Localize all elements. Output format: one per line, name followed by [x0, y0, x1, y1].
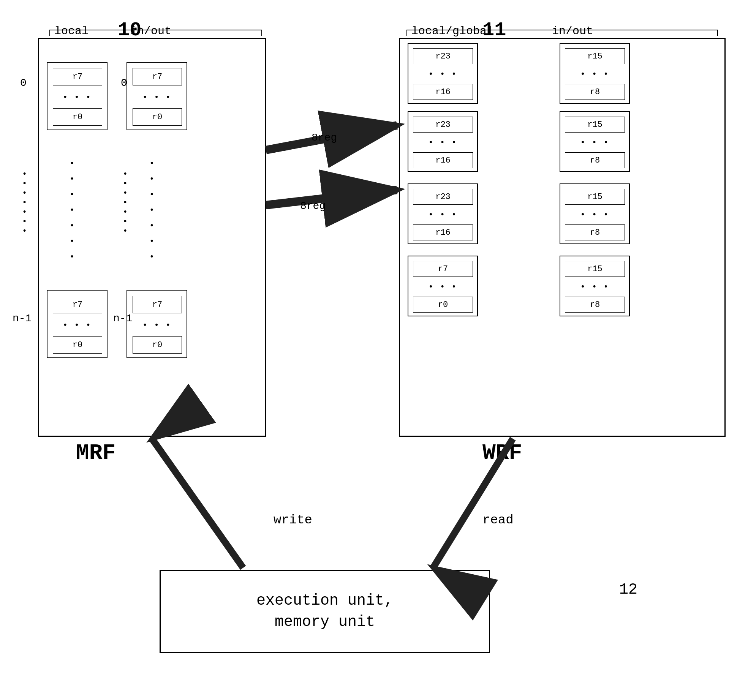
- wrf-io-group-2: r15 • • • r8: [560, 183, 630, 244]
- wrf-io-r8-0: r8: [565, 84, 625, 100]
- mrf-inout-dots-0: • • •: [127, 88, 187, 107]
- mrf-label: MRF: [76, 441, 115, 465]
- mrf-inout-mid-dots: ••• ••• •: [149, 138, 155, 282]
- wrf-io-r8-1: r8: [565, 152, 625, 168]
- wrf-io-r8-2: r8: [565, 224, 625, 240]
- mrf-inout-side-dots: •••••••: [123, 126, 128, 278]
- mrf-inout-r7-top: r7: [133, 68, 182, 85]
- wrf-io-group-1: r15 • • • r8: [560, 111, 630, 172]
- mrf-inout-r0-top: r0: [133, 108, 182, 126]
- mrf-box: local in/out 0 ••••••• n-1 r7 • • • r0 •…: [38, 38, 266, 437]
- mrf-side-dots: •••••••: [22, 126, 28, 278]
- mrf-inout-dots-n1: • • •: [127, 316, 187, 335]
- label-8reg-top: 8reg: [312, 132, 337, 144]
- read-label: read: [482, 513, 514, 527]
- wrf-lg-dots-0: • • •: [408, 66, 477, 82]
- wrf-inout-header: in/out: [552, 25, 593, 38]
- wrf-io-r15-1: r15: [565, 117, 625, 133]
- mrf-local-group-0: r7 • • • r0: [47, 62, 108, 130]
- write-label: write: [274, 513, 312, 527]
- wrf-lg-group-0: r23 • • • r16: [408, 43, 478, 104]
- label-12: 12: [619, 581, 637, 598]
- mrf-local-r7-top: r7: [53, 68, 102, 85]
- wrf-lg-r16-2: r16: [413, 224, 473, 240]
- mrf-local-group-n1: r7 • • • r0: [47, 290, 108, 358]
- wrf-io-r15-2: r15: [565, 189, 625, 205]
- wrf-lg-r23-1: r23: [413, 117, 473, 133]
- exec-line2: memory unit: [275, 612, 375, 633]
- wrf-io-dots-3: • • •: [560, 279, 629, 294]
- wrf-lg-r23-0: r23: [413, 48, 473, 64]
- wrf-lg-r0-3: r0: [413, 297, 473, 313]
- wrf-box: local/global in/out r23 • • • r16 r23 • …: [399, 38, 726, 437]
- mrf-inout-r7-bot: r7: [133, 296, 182, 313]
- wrf-lg-r23-2: r23: [413, 189, 473, 205]
- wrf-io-dots-0: • • •: [560, 66, 629, 82]
- mrf-local-dots-0: • • •: [47, 88, 107, 107]
- mrf-index-0: 0: [20, 77, 27, 89]
- wrf-lg-r16-1: r16: [413, 152, 473, 168]
- mrf-local-r0-top: r0: [53, 108, 102, 126]
- arrow-8reg-top: [266, 125, 397, 150]
- wrf-local-global-header: local/global: [411, 25, 493, 38]
- wrf-lg-dots-2: • • •: [408, 207, 477, 222]
- wrf-lg-r16-0: r16: [413, 84, 473, 100]
- mrf-inout-group-n1: r7 • • • r0: [127, 290, 187, 358]
- wrf-lg-group-1: r23 • • • r16: [408, 111, 478, 172]
- arrow-write-mrf: [152, 439, 243, 568]
- wrf-io-dots-1: • • •: [560, 135, 629, 150]
- mrf-local-dots-n1: • • •: [47, 316, 107, 335]
- mrf-local-header: local: [54, 25, 89, 38]
- wrf-lg-dots-3: • • •: [408, 279, 477, 294]
- wrf-io-r8-3: r8: [565, 297, 625, 313]
- wrf-lg-dots-1: • • •: [408, 135, 477, 150]
- wrf-label: WRF: [482, 441, 522, 465]
- mrf-inout-header: in/out: [130, 25, 171, 38]
- wrf-io-dots-2: • • •: [560, 207, 629, 222]
- diagram-container: 10 11 local in/out 0 ••••••• n-1 r7 • • …: [15, 15, 729, 684]
- mrf-local-r0-bot: r0: [53, 336, 102, 354]
- wrf-io-group-0: r15 • • • r8: [560, 43, 630, 104]
- wrf-lg-r7-3: r7: [413, 261, 473, 277]
- exec-line1: execution unit,: [256, 590, 393, 612]
- mrf-inout-r0-bot: r0: [133, 336, 182, 354]
- wrf-io-r15-0: r15: [565, 48, 625, 64]
- mrf-local-mid-dots: ••• ••• •: [70, 138, 75, 282]
- label-8reg-bot: 8reg: [300, 200, 326, 212]
- mrf-index-n1: n-1: [13, 313, 32, 324]
- mrf-inout-group-0: r7 • • • r0: [127, 62, 187, 130]
- wrf-lg-group-3: r7 • • • r0: [408, 256, 478, 316]
- wrf-io-group-3: r15 • • • r8: [560, 256, 630, 316]
- mrf-local-r7-bot: r7: [53, 296, 102, 313]
- wrf-io-r15-3: r15: [565, 261, 625, 277]
- exec-box: execution unit, memory unit: [160, 570, 490, 653]
- wrf-lg-group-2: r23 • • • r16: [408, 183, 478, 244]
- arrow-8reg-bot: [266, 190, 397, 205]
